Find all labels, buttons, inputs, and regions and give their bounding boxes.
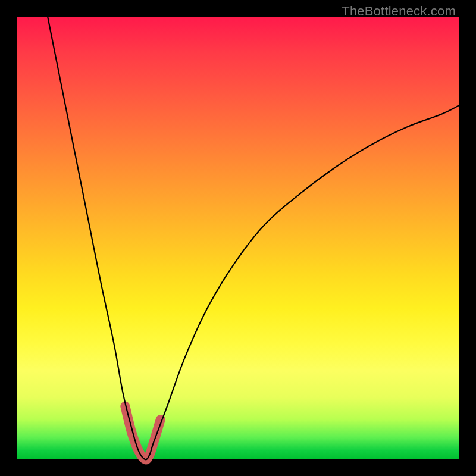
bottleneck-curve [48, 17, 459, 459]
highlight-segment [125, 406, 160, 460]
curve-svg [17, 17, 459, 459]
chart-frame: TheBottleneck.com [0, 0, 476, 476]
plot-area [17, 17, 459, 459]
